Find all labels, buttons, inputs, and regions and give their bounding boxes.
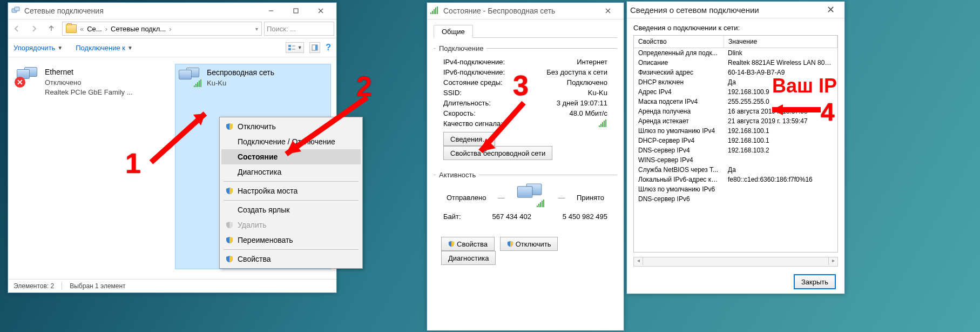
- breadcrumb-part[interactable]: Сетевые подкл...: [111, 25, 166, 33]
- annotation-ip-label: Ваш IP: [772, 75, 837, 97]
- prop-key: Маска подсети IPv4: [634, 97, 724, 107]
- prop-key: WINS-сервер IPv4: [634, 155, 724, 165]
- diagnose-button[interactable]: Диагностика: [441, 251, 496, 265]
- arrange-button[interactable]: Упорядочить▼: [13, 44, 63, 52]
- view-options-button[interactable]: ▼: [286, 42, 304, 53]
- table-row[interactable]: DNS-сервер IPv4192.168.103.2: [634, 145, 837, 155]
- folder-icon: [66, 24, 77, 33]
- status-selected-count: Выбран 1 элемент: [70, 282, 125, 290]
- titlebar[interactable]: Состояние - Беспроводная сеть: [427, 3, 624, 19]
- arrow-4: [761, 102, 832, 118]
- network-details-window: Сведения о сетевом подключении ✕ Сведени…: [626, 1, 845, 294]
- table-row[interactable]: ОписаниеRealtek 8821AE Wireless LAN 802.…: [634, 58, 837, 68]
- table-row[interactable]: Определенный для подк...Dlink: [634, 48, 837, 58]
- close-button[interactable]: [308, 3, 333, 18]
- prop-key: Служба NetBIOS через T...: [634, 165, 724, 175]
- properties-button[interactable]: Свойства: [441, 237, 495, 251]
- arrow-1: [146, 103, 227, 168]
- breadcrumb[interactable]: « Се... › Сетевые подкл... › ▾: [62, 22, 262, 36]
- prop-key: Шлюз по умолчанию IPv6: [634, 184, 724, 194]
- svg-rect-11: [315, 45, 317, 50]
- window-title: Состояние - Беспроводная сеть: [443, 6, 596, 15]
- search-input[interactable]: Поиск: ...: [264, 22, 334, 36]
- ctx-diagnostics[interactable]: Диагностика: [221, 164, 361, 180]
- ctx-bridge[interactable]: Настройка моста: [221, 183, 361, 198]
- nav-up-button[interactable]: [43, 20, 60, 37]
- close-button[interactable]: [596, 3, 620, 18]
- adapter-ethernet[interactable]: ✕ Ethernet Отключено Realtek PCIe GbE Fa…: [13, 64, 168, 269]
- bytes-recv: 5 450 982 495: [563, 213, 607, 221]
- wifi-icon: [430, 6, 439, 15]
- prop-key: Состояние среды:: [443, 78, 503, 87]
- titlebar[interactable]: Сетевые подключения: [8, 3, 336, 19]
- prop-key: Физический адрес: [634, 68, 724, 77]
- close-dialog-button[interactable]: Закрыть: [794, 274, 836, 289]
- table-row[interactable]: DNS-сервер IPv6: [634, 194, 837, 204]
- prop-key: Локальный IPv6-адрес ка...: [634, 175, 724, 184]
- sent-label: Отправлено: [447, 194, 486, 202]
- breadcrumb-part[interactable]: Се...: [87, 25, 102, 33]
- wireless-icon: [179, 68, 201, 90]
- maximize-button[interactable]: [283, 3, 308, 18]
- minimize-button[interactable]: [259, 3, 283, 18]
- svg-rect-1: [15, 7, 19, 11]
- adapter-device: Realtek PCIe GbE Family ...: [45, 88, 133, 97]
- arrow-3: [470, 97, 535, 162]
- signal-bars-icon: [599, 119, 607, 127]
- tabs: Общие: [434, 25, 617, 38]
- activity-icon: [516, 185, 546, 209]
- prop-val: Интернет: [577, 58, 607, 66]
- prop-key: Описание: [634, 58, 724, 68]
- svg-rect-6: [288, 45, 291, 47]
- preview-pane-button[interactable]: [309, 42, 320, 53]
- window-title: Сведения о сетевом подключении: [630, 5, 820, 15]
- nav-forward-button[interactable]: [25, 20, 43, 37]
- annotation-1: 1: [125, 147, 141, 180]
- titlebar[interactable]: Сведения о сетевом подключении ✕: [627, 2, 844, 18]
- adapter-name: Беспроводная сеть: [207, 68, 274, 78]
- adapter-status: Ku-Ku: [207, 78, 274, 88]
- help-button[interactable]: ?: [326, 43, 331, 52]
- col-property[interactable]: Свойство: [634, 36, 724, 48]
- prop-key: Адрес IPv4: [634, 87, 724, 97]
- table-row[interactable]: Шлюз по умолчанию IPv6: [634, 184, 837, 194]
- table-row[interactable]: Локальный IPv6-адрес ка...fe80::c1ed:636…: [634, 175, 837, 184]
- ctx-properties[interactable]: Свойства: [221, 251, 361, 267]
- bytes-label: Байт:: [443, 213, 461, 221]
- table-row[interactable]: WINS-сервер IPv4: [634, 155, 837, 165]
- close-button[interactable]: ✕: [820, 4, 841, 16]
- prop-val: Dlink: [724, 48, 837, 58]
- ctx-shortcut[interactable]: Создать ярлык: [221, 202, 361, 217]
- disable-button[interactable]: Отключить: [500, 237, 558, 251]
- prop-val: Realtek 8821AE Wireless LAN 802.11ac PCI: [724, 58, 837, 68]
- prop-key: Аренда получена: [634, 107, 724, 116]
- prop-key: DHCP включен: [634, 77, 724, 87]
- prop-val: [724, 184, 837, 194]
- svg-rect-7: [288, 48, 291, 50]
- shield-icon: [226, 236, 233, 244]
- prop-val: [724, 194, 837, 204]
- table-row[interactable]: Шлюз по умолчанию IPv4192.168.100.1: [634, 126, 837, 136]
- horizontal-scrollbar[interactable]: ◂ ▸: [633, 257, 838, 267]
- adapter-name: Ethernet: [45, 67, 133, 78]
- details-grid[interactable]: Свойство Значение Определенный для подк.…: [633, 35, 838, 253]
- shield-icon: [226, 123, 233, 130]
- shield-icon: [226, 255, 233, 263]
- ctx-rename[interactable]: Переименовать: [221, 233, 361, 248]
- prop-val: Да: [724, 165, 837, 175]
- shield-icon: [226, 187, 233, 195]
- tab-general[interactable]: Общие: [434, 25, 473, 38]
- ctx-delete[interactable]: Удалить: [221, 217, 361, 233]
- connect-to-button[interactable]: Подключение к▼: [76, 44, 133, 52]
- window-title: Сетевые подключения: [24, 6, 259, 15]
- prop-val: 192.168.103.2: [724, 145, 837, 155]
- prop-key: Шлюз по умолчанию IPv4: [634, 126, 724, 136]
- nav-back-button[interactable]: [8, 20, 25, 37]
- prop-val: fe80::c1ed:6360:186:f7f0%16: [724, 175, 837, 184]
- svg-marker-21: [772, 104, 783, 115]
- col-value[interactable]: Значение: [724, 36, 837, 48]
- prop-key: Определенный для подк...: [634, 48, 724, 58]
- table-row[interactable]: DHCP-сервер IPv4192.168.100.1: [634, 136, 837, 145]
- prop-key: IPv4-подключение:: [443, 58, 505, 66]
- table-row[interactable]: Служба NetBIOS через T...Да: [634, 165, 837, 175]
